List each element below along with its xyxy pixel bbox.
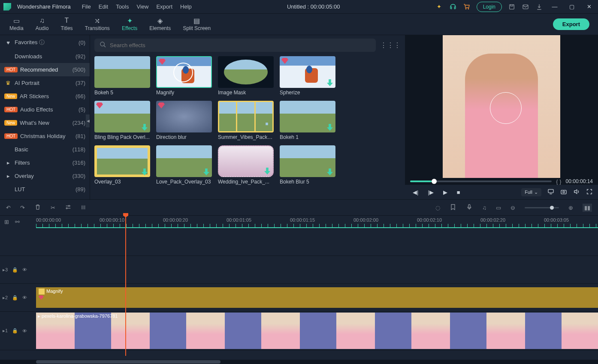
- eye-icon[interactable]: 👁: [22, 295, 27, 300]
- zoom-out-button[interactable]: ⊖: [510, 205, 515, 211]
- effect-thumbnail[interactable]: [280, 101, 335, 132]
- maximize-button[interactable]: ▢: [566, 3, 577, 10]
- tab-transitions[interactable]: ⤭Transitions: [79, 15, 116, 33]
- timeline-scrollbar[interactable]: [0, 360, 598, 364]
- snapshot-icon[interactable]: [560, 188, 567, 196]
- tab-effects[interactable]: ✦Effects: [116, 15, 143, 33]
- sidebar-item-christmas-holiday[interactable]: HOTChristmas Holiday(81): [0, 129, 90, 143]
- sidebar-item-recommended[interactable]: HOTRecommended(500): [0, 63, 90, 76]
- effect-item[interactable]: Summer_Vibes_Pack_...: [218, 101, 274, 140]
- undo-button[interactable]: ↶: [6, 205, 11, 211]
- menu-tools[interactable]: Tools: [116, 3, 129, 10]
- effect-thumbnail[interactable]: [280, 145, 335, 177]
- search-input[interactable]: [110, 42, 371, 48]
- effect-thumbnail[interactable]: [156, 56, 212, 88]
- tab-titles[interactable]: TTitles: [54, 15, 79, 33]
- lock-icon[interactable]: 🔒: [12, 295, 18, 301]
- effect-item[interactable]: Bokeh Blur 5: [280, 145, 335, 185]
- timeline-ruler[interactable]: 00:00:00:0000:00:00:1000:00:00:2000:00:0…: [36, 216, 598, 228]
- loop-icon[interactable]: { }: [556, 178, 561, 185]
- minimize-button[interactable]: —: [549, 3, 560, 10]
- download-arrow-icon[interactable]: [264, 168, 270, 174]
- download-arrow-icon[interactable]: [327, 168, 333, 175]
- split-button[interactable]: ✂: [51, 205, 55, 211]
- menu-file[interactable]: File: [82, 3, 91, 10]
- sidebar-item-ai-portrait[interactable]: ♛AI Portrait(37): [0, 76, 90, 90]
- record-icon[interactable]: [466, 204, 473, 212]
- save-icon[interactable]: [508, 3, 516, 11]
- sidebar-item-downloads[interactable]: Downloads(92): [0, 50, 90, 63]
- support-icon[interactable]: [449, 3, 457, 11]
- tab-elements[interactable]: ◈Elements: [143, 15, 177, 33]
- display-icon[interactable]: [547, 188, 554, 196]
- login-button[interactable]: Login: [477, 2, 502, 12]
- add-track-icon[interactable]: ⊞: [4, 219, 9, 225]
- sidebar-item-filters[interactable]: ▸Filters(316): [0, 156, 90, 169]
- download-arrow-icon[interactable]: [327, 124, 333, 131]
- video-clip[interactable]: ▸ pexels-karolina-grabowska-7976781: [36, 313, 598, 349]
- link-icon[interactable]: ⚯: [15, 219, 20, 225]
- effect-item[interactable]: Bokeh 1: [280, 101, 335, 140]
- sidebar-item-favorites[interactable]: ♥Favorites ⓘ(0): [0, 35, 90, 50]
- effect-item[interactable]: Direction blur: [156, 101, 212, 140]
- mixer-icon[interactable]: ♫: [482, 205, 486, 211]
- preview-video[interactable]: [443, 35, 560, 178]
- marker-icon[interactable]: [450, 204, 456, 212]
- sidebar-item-overlay[interactable]: ▸Overlay(330): [0, 169, 90, 183]
- tab-media[interactable]: ▭Media: [3, 15, 30, 33]
- effect-thumbnail[interactable]: [156, 101, 212, 132]
- zoom-in-button[interactable]: ⊕: [568, 205, 573, 211]
- grid-view-icon[interactable]: ⋮⋮⋮: [380, 41, 401, 49]
- effect-thumbnail[interactable]: [218, 56, 274, 88]
- effect-item[interactable]: Love_Pack_Overlay_03: [156, 145, 212, 185]
- effect-thumbnail[interactable]: [218, 145, 274, 177]
- volume-icon[interactable]: [573, 188, 580, 196]
- sidebar-item-basic[interactable]: Basic(118): [0, 143, 90, 156]
- zoom-slider[interactable]: [525, 207, 559, 208]
- search-box[interactable]: [94, 39, 376, 52]
- close-button[interactable]: ✕: [583, 3, 595, 10]
- quality-select[interactable]: Full ⌄: [521, 188, 541, 196]
- idea-icon[interactable]: ✦: [435, 3, 443, 11]
- redo-button[interactable]: ↷: [20, 205, 25, 211]
- effect-item[interactable]: Magnify: [156, 56, 212, 96]
- effect-thumbnail[interactable]: [280, 56, 335, 88]
- render-icon[interactable]: ◌: [435, 205, 440, 211]
- effect-item[interactable]: Overlay_03: [94, 145, 150, 185]
- effect-item[interactable]: Bling Bling Pack Overl...: [94, 101, 150, 140]
- cart-icon[interactable]: [463, 3, 471, 11]
- sidebar-item-lut[interactable]: LUT(89): [0, 183, 90, 196]
- download-icon[interactable]: [535, 3, 543, 11]
- effect-item[interactable]: Bokeh 5: [94, 56, 150, 96]
- eye-icon[interactable]: 👁: [22, 267, 27, 272]
- download-arrow-icon[interactable]: [327, 79, 333, 86]
- lock-icon[interactable]: 🔒: [12, 267, 18, 273]
- menu-edit[interactable]: Edit: [99, 3, 108, 10]
- stop-button[interactable]: ■: [457, 189, 460, 196]
- export-button[interactable]: Export: [553, 18, 589, 30]
- effect-thumbnail[interactable]: [218, 101, 274, 132]
- zoom-fit-icon[interactable]: ▮▮: [583, 204, 592, 212]
- sidebar-item-audio-effects[interactable]: HOTAudio Effects(5): [0, 103, 90, 116]
- effect-clip[interactable]: Magnify: [36, 287, 598, 308]
- audio-wave-icon[interactable]: ⦀⦀: [81, 204, 85, 211]
- sidebar-collapse-button[interactable]: ◀: [86, 114, 90, 127]
- play-button[interactable]: ▶: [443, 189, 447, 196]
- eye-icon[interactable]: 👁: [22, 328, 27, 334]
- menu-help[interactable]: Help: [180, 3, 192, 10]
- track-video-icon[interactable]: ▸3: [3, 267, 8, 273]
- download-arrow-icon[interactable]: [203, 168, 209, 175]
- effect-thumbnail[interactable]: [94, 56, 150, 88]
- tab-split-screen[interactable]: ▤Split Screen: [177, 15, 217, 33]
- adjust-icon[interactable]: [65, 204, 72, 212]
- effect-thumbnail[interactable]: [94, 145, 150, 177]
- scrub-bar[interactable]: [410, 180, 552, 182]
- sidebar-item-what's-new[interactable]: NewWhat's New(234): [0, 116, 90, 129]
- effect-item[interactable]: Image Mask: [218, 56, 274, 96]
- prev-frame-button[interactable]: ◀|: [413, 189, 418, 196]
- lock-icon[interactable]: 🔒: [12, 328, 18, 334]
- info-icon[interactable]: ⓘ: [39, 39, 45, 45]
- effect-thumbnail[interactable]: [94, 101, 150, 132]
- effect-thumbnail[interactable]: [156, 145, 212, 177]
- sidebar-item-ar-stickers[interactable]: NewAR Stickers(66): [0, 90, 90, 103]
